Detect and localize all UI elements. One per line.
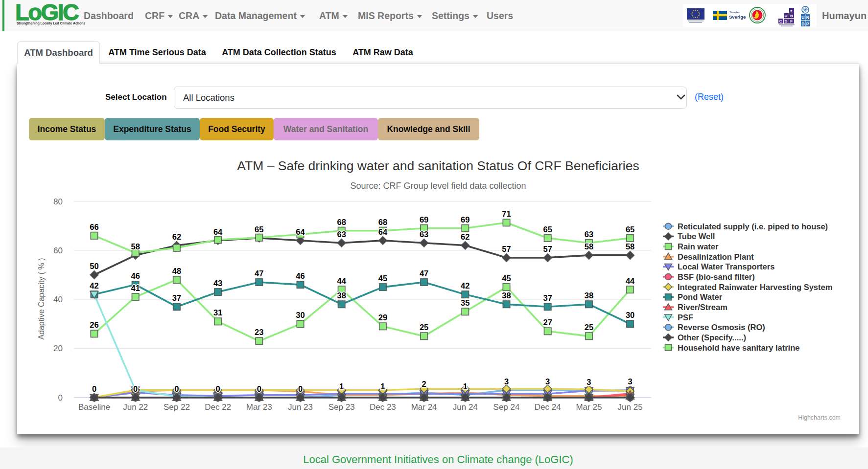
svg-text:U: U: [801, 15, 804, 20]
svg-text:F: F: [790, 19, 793, 23]
svg-text:Sverige: Sverige: [729, 14, 746, 20]
svg-text:N: N: [790, 14, 793, 18]
svg-text:C: C: [779, 19, 782, 23]
svg-text:D: D: [785, 19, 788, 23]
svg-text:P: P: [806, 22, 809, 26]
svg-text:Sweden: Sweden: [729, 11, 740, 14]
svg-text:D: D: [801, 22, 804, 26]
svg-text:■: ■: [790, 9, 792, 12]
svg-text:U: U: [785, 14, 788, 18]
svg-text:N: N: [806, 15, 809, 20]
